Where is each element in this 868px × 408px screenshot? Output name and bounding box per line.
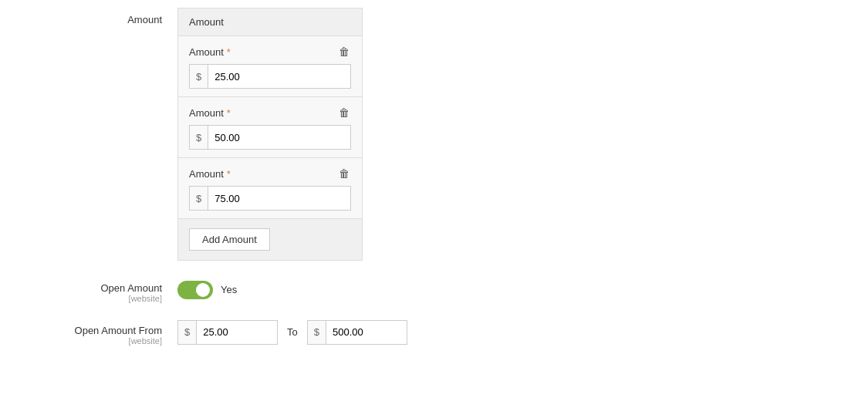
amount-item-header-3: Amount* 🗑	[189, 166, 351, 181]
delete-amount-1-button[interactable]: 🗑	[337, 44, 351, 59]
to-currency-prefix: $	[308, 321, 326, 344]
amount-input-wrapper-1: $	[189, 64, 351, 89]
trash-icon-1: 🗑	[339, 46, 350, 58]
amount-form-row: Amount Amount Amount* 🗑 $	[0, 8, 868, 261]
currency-prefix-2: $	[190, 126, 208, 149]
amount-panel: Amount Amount* 🗑 $	[177, 8, 363, 261]
amount-item-label-1: Amount*	[189, 46, 231, 58]
open-amount-label-text: Open Amount	[101, 282, 163, 294]
open-amount-field-label: Open Amount [website]	[0, 276, 177, 303]
amount-panel-header: Amount	[178, 8, 362, 36]
currency-prefix-3: $	[190, 187, 208, 210]
open-amount-from-label-text: Open Amount From	[75, 325, 162, 336]
amount-field-label: Amount	[0, 8, 177, 25]
open-amount-from-form-row: Open Amount From [website] $ To $	[0, 319, 868, 346]
amount-item-2: Amount* 🗑 $	[178, 97, 362, 158]
from-amount-input[interactable]	[197, 321, 277, 344]
amount-label-text: Amount	[127, 14, 162, 25]
open-amount-sub-label: [website]	[0, 294, 162, 303]
amount-input-wrapper-3: $	[189, 186, 351, 211]
add-amount-section: Add Amount	[178, 219, 362, 260]
open-amount-form-row: Open Amount [website] Yes	[0, 276, 868, 303]
trash-icon-2: 🗑	[339, 106, 350, 119]
toggle-yes-label: Yes	[221, 284, 237, 295]
to-input-wrapper: $	[307, 320, 407, 345]
amount-item-3: Amount* 🗑 $	[178, 158, 362, 219]
delete-amount-3-button[interactable]: 🗑	[337, 166, 351, 181]
amount-item-header-2: Amount* 🗑	[189, 105, 351, 120]
amount-item-header-1: Amount* 🗑	[189, 44, 351, 59]
to-label: To	[287, 326, 298, 338]
amount-item-label-2: Amount*	[189, 107, 231, 119]
open-amount-from-field-label: Open Amount From [website]	[0, 319, 177, 346]
to-amount-input[interactable]	[326, 321, 407, 344]
amount-input-wrapper-2: $	[189, 125, 351, 150]
open-amount-toggle[interactable]	[177, 281, 213, 299]
from-input-wrapper: $	[177, 320, 278, 345]
required-star-3: *	[227, 168, 231, 180]
add-amount-label: Add Amount	[202, 234, 257, 245]
open-amount-from-controls: $ To $	[177, 320, 407, 345]
delete-amount-2-button[interactable]: 🗑	[337, 105, 351, 120]
open-amount-from-sub-label: [website]	[0, 336, 162, 346]
currency-prefix-1: $	[190, 65, 208, 88]
open-amount-control: Yes	[177, 281, 237, 299]
amount-item-1: Amount* 🗑 $	[178, 36, 362, 97]
required-star-2: *	[227, 107, 231, 119]
required-star-1: *	[227, 46, 231, 58]
trash-icon-3: 🗑	[339, 167, 350, 180]
page-container: Amount Amount Amount* 🗑 $	[0, 0, 868, 408]
from-currency-prefix: $	[178, 321, 197, 344]
add-amount-button[interactable]: Add Amount	[189, 228, 270, 251]
amount-item-label-3: Amount*	[189, 168, 231, 180]
amount-input-2[interactable]	[208, 126, 350, 149]
amount-input-1[interactable]	[208, 65, 350, 88]
panel-title-text: Amount	[189, 16, 224, 28]
toggle-slider	[177, 281, 213, 299]
amount-input-3[interactable]	[208, 187, 350, 210]
